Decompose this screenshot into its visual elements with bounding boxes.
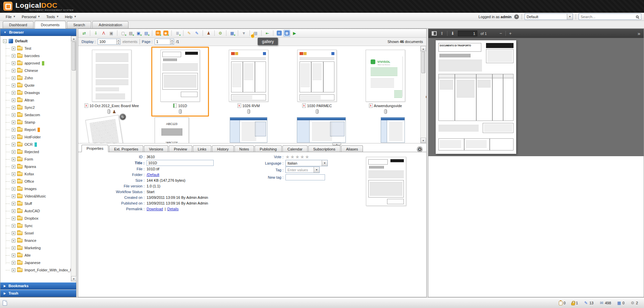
export-pdf-icon[interactable]: Λ: [100, 30, 107, 37]
slideshow-icon[interactable]: ▶: [291, 30, 298, 37]
sidebar-folder[interactable]: + Sosel: [0, 229, 71, 237]
sidebar-folder-default[interactable]: − Default: [0, 37, 71, 45]
expand-icon[interactable]: +: [12, 231, 15, 235]
browser-panel-header[interactable]: ▼ Browser: [0, 29, 76, 36]
sidebar-folder[interactable]: + Import_Folder_With_Index_File: [0, 266, 71, 274]
add-server-icon[interactable]: ≣ +: [174, 30, 181, 37]
details-link[interactable]: Details: [167, 207, 179, 211]
sidebar-folder[interactable]: + Form: [0, 156, 71, 163]
stamp-icon[interactable]: ♟: [205, 30, 212, 37]
download-link[interactable]: Download: [147, 207, 163, 211]
sidebar-folder[interactable]: + Japanese: [0, 259, 71, 266]
page-input[interactable]: [155, 40, 170, 44]
sidebar-folder[interactable]: + Sync2: [0, 104, 71, 111]
expand-icon[interactable]: +: [12, 150, 15, 154]
expand-icon[interactable]: +: [12, 98, 15, 102]
gallery-item-partial-barcode[interactable]: ABC123 *ABC123*: [155, 117, 189, 143]
page-stepper[interactable]: ▲▼: [155, 39, 174, 45]
expand-icon[interactable]: +: [12, 217, 15, 220]
expand-icon[interactable]: +: [12, 143, 15, 146]
detail-tab-calendar[interactable]: Calendar: [282, 145, 308, 152]
expand-icon[interactable]: +: [12, 187, 15, 191]
detail-tab-publishing[interactable]: Publishing: [255, 145, 282, 152]
expand-icon[interactable]: +: [12, 61, 15, 65]
detail-tab-properties[interactable]: Properties: [82, 145, 108, 152]
sidebar-folder[interactable]: + Images: [0, 185, 71, 192]
sidebar-folder[interactable]: + approved: [0, 59, 71, 67]
zoom-out-icon[interactable]: −: [499, 31, 502, 36]
menu-tools[interactable]: Tools ▼: [43, 13, 62, 20]
sidebar-folder[interactable]: + Kofax: [0, 170, 71, 178]
logout-icon[interactable]: ✕: [514, 14, 519, 19]
menu-file[interactable]: File ▼: [3, 13, 19, 20]
sidebar-folder[interactable]: + finance: [0, 237, 71, 244]
bookmarks-panel-header[interactable]: ▶ Bookmarks: [0, 282, 76, 290]
tag-combobox[interactable]: Enter values▼: [285, 167, 320, 173]
document-thumbnail[interactable]: [92, 50, 131, 102]
document-preview-thumbnail[interactable]: [366, 157, 406, 206]
sidebar-folder[interactable]: + HotFolder: [0, 133, 71, 141]
detail-tab-subscriptions[interactable]: Subscriptions: [308, 145, 340, 152]
expand-icon[interactable]: +: [12, 261, 15, 265]
add-email-icon[interactable]: ✉ +: [155, 30, 161, 37]
sidebar-folder[interactable]: + Marketing: [0, 244, 71, 252]
search-icon[interactable]: [636, 15, 639, 18]
list-view-icon[interactable]: ≡: [276, 30, 282, 37]
expand-icon[interactable]: +: [12, 69, 15, 73]
expand-icon[interactable]: +: [12, 165, 15, 169]
refresh-icon[interactable]: ⇄: [81, 30, 88, 37]
expand-icon[interactable]: +: [12, 158, 15, 161]
sidebar-folder[interactable]: + Sedacom: [0, 111, 71, 119]
expand-icon[interactable]: +: [12, 239, 15, 243]
tab-search[interactable]: Search: [67, 21, 91, 28]
chevron-down-icon[interactable]: ▼: [567, 14, 573, 19]
expand-icon[interactable]: +: [12, 254, 15, 257]
detail-tab-ext-properties[interactable]: Ext. Properties: [109, 145, 143, 152]
vote-stars[interactable]: ★★★★★: [285, 154, 310, 160]
next-page-icon[interactable]: ⬇: [451, 31, 454, 36]
expand-icon[interactable]: +: [12, 209, 15, 213]
expand-icon[interactable]: +: [12, 54, 15, 58]
expand-icon[interactable]: +: [12, 84, 15, 87]
chevron-down-icon[interactable]: ▼: [314, 167, 319, 173]
expand-icon[interactable]: +: [12, 180, 15, 183]
import-icon[interactable]: ⇤: [264, 30, 271, 37]
close-detail-icon[interactable]: ✕: [417, 147, 422, 152]
star-icon[interactable]: ★: [305, 154, 310, 160]
tree-scrollbar[interactable]: ▲ ▼: [71, 36, 76, 281]
expand-icon[interactable]: +: [12, 246, 15, 250]
title-input[interactable]: [147, 160, 214, 166]
document-thumbnail[interactable]: [229, 50, 268, 102]
expand-icon[interactable]: +: [12, 268, 15, 272]
detail-tab-notes[interactable]: Notes: [234, 145, 254, 152]
sign-icon[interactable]: ✎: [194, 30, 200, 37]
star-icon[interactable]: ★: [300, 154, 305, 160]
tab-documents[interactable]: Documents: [35, 21, 66, 29]
calendar-add-icon[interactable]: ▦ +: [229, 30, 235, 37]
filter-icon[interactable]: ▼: [240, 30, 247, 37]
collapse-icon[interactable]: −: [3, 39, 7, 43]
sidebar-folder[interactable]: + Rejected: [0, 148, 71, 156]
expand-panel-icon[interactable]: »: [638, 31, 640, 36]
sidebar-folder[interactable]: + Stamp: [0, 119, 71, 126]
expand-icon[interactable]: +: [12, 202, 15, 206]
chevron-down-icon[interactable]: ▼: [322, 160, 327, 166]
collapse-right-icon[interactable]: ▶: [426, 95, 426, 98]
sidebar-folder[interactable]: + Chinese: [0, 67, 71, 74]
document-thumbnail[interactable]: VIVISOL Home Care Services: [366, 50, 405, 102]
sidebar-folder[interactable]: + Office: [0, 178, 71, 185]
sidebar-folder[interactable]: + Zoho: [0, 74, 71, 82]
gallery-item[interactable]: λ 10 Oct 2012_Exec Board Mee ♟: [83, 47, 141, 117]
global-search[interactable]: [579, 13, 641, 20]
detail-tab-versions[interactable]: Versions: [144, 145, 168, 152]
menu-help[interactable]: Help ▼: [62, 13, 80, 20]
expand-icon[interactable]: +: [12, 224, 15, 228]
expand-icon[interactable]: +: [12, 47, 15, 50]
sidebar-folder[interactable]: + Report: [0, 126, 71, 133]
expand-icon[interactable]: +: [12, 91, 15, 95]
sidebar-folder[interactable]: + OCR: [0, 141, 71, 148]
sidebar-folder[interactable]: + Drawings: [0, 89, 71, 96]
gallery-item-partial-screenshot[interactable]: [381, 117, 405, 143]
scan-icon[interactable]: ▤ +: [127, 30, 134, 37]
detail-tab-history[interactable]: History: [212, 145, 233, 152]
